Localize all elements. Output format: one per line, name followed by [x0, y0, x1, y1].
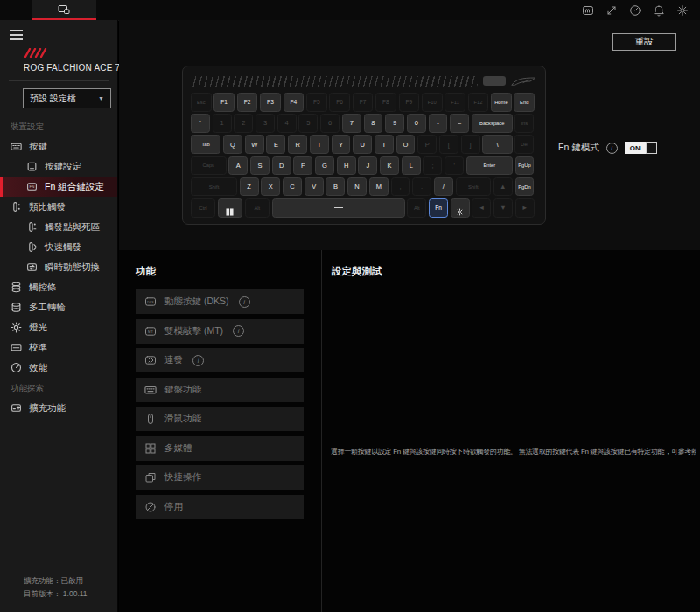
info-icon[interactable]: i: [192, 355, 204, 366]
sidebar-item-key-settings[interactable]: 按鍵設定: [0, 156, 117, 177]
key-D[interactable]: D: [272, 156, 291, 176]
function-button-shortcuts[interactable]: 快捷操作: [136, 465, 304, 490]
rapid-icon: [26, 241, 38, 253]
key-B[interactable]: B: [326, 177, 345, 197]
sidebar-item-lighting[interactable]: 燈光: [0, 317, 117, 337]
key-X[interactable]: X: [261, 177, 280, 197]
function-button-mouse-functions[interactable]: 滑鼠功能: [136, 407, 304, 431]
notifications-bell-icon[interactable]: [652, 3, 666, 17]
key-space[interactable]: [272, 198, 405, 218]
key-Enter[interactable]: Enter: [466, 156, 513, 176]
multimedia-icon: [144, 442, 157, 455]
key-gearkey[interactable]: [451, 198, 470, 218]
key-=[interactable]: =: [450, 114, 469, 133]
key-V[interactable]: V: [304, 177, 324, 197]
key-0[interactable]: 0: [407, 114, 426, 133]
key-O[interactable]: O: [396, 135, 416, 154]
sidebar-item-extensions[interactable]: 擴充功能: [0, 398, 117, 418]
sidebar-item-calibration[interactable]: 校準: [0, 337, 117, 358]
touchbar-button[interactable]: [483, 76, 506, 86]
info-icon[interactable]: i: [233, 325, 244, 337]
key-End[interactable]: End: [514, 93, 535, 112]
key-\[interactable]: \: [482, 135, 512, 154]
wheel-icon: [10, 302, 22, 313]
key-L[interactable]: L: [402, 156, 421, 176]
key-G[interactable]: G: [315, 156, 334, 176]
sidebar-item-fn-combo-settings[interactable]: FNFn 組合鍵設定: [0, 177, 117, 197]
key-J[interactable]: J: [358, 156, 377, 176]
key-F6: F6: [329, 93, 350, 112]
profile-dropdown[interactable]: 預設 設定檔 ▼: [23, 88, 111, 108]
key-PgDn[interactable]: PgDn: [515, 177, 535, 197]
key-E[interactable]: E: [266, 135, 285, 154]
fullscreen-icon[interactable]: [605, 3, 619, 17]
key-C[interactable]: C: [283, 177, 302, 197]
fn-mode-label: Fn 鍵模式: [558, 142, 599, 154]
sidebar-item-trigger-point-deadzone[interactable]: 觸發點與死區: [0, 217, 117, 237]
version-status: 目前版本： 1.00.11: [24, 588, 88, 601]
key-Home[interactable]: Home: [491, 93, 512, 112]
key-Tab[interactable]: Tab: [191, 135, 220, 154]
svg-text:DKS: DKS: [147, 301, 154, 304]
key-R[interactable]: R: [288, 135, 307, 154]
settings-gear-icon[interactable]: [676, 3, 690, 17]
info-icon[interactable]: i: [606, 143, 618, 154]
function-button-label: 快捷操作: [164, 471, 201, 483]
keyboard-row: `1234567890-=BackspaceIns: [191, 114, 537, 133]
function-button-dynamic-keystroke[interactable]: DKS動態按鍵 (DKS)i: [136, 289, 304, 314]
key-W[interactable]: W: [245, 135, 264, 154]
sidebar-item-multiwheel[interactable]: 多工轉輪: [0, 297, 117, 317]
key-S[interactable]: S: [250, 156, 270, 176]
key-F3[interactable]: F3: [260, 93, 281, 112]
function-button-multimedia[interactable]: 多媒體: [136, 436, 304, 461]
function-button-turbo[interactable]: 連發i: [136, 348, 304, 372]
key-Z[interactable]: Z: [240, 177, 259, 197]
sidebar-item-rapid-trigger[interactable]: 快速觸發: [0, 237, 117, 257]
function-button-disable[interactable]: 停用: [136, 495, 304, 519]
key-F[interactable]: F: [293, 156, 312, 176]
key-I[interactable]: I: [374, 135, 394, 154]
key-M[interactable]: M: [369, 177, 388, 197]
sidebar-item-performance[interactable]: 效能: [0, 358, 117, 378]
sidebar-item-keys[interactable]: 按鍵: [0, 136, 117, 156]
macro-icon[interactable]: [581, 3, 595, 17]
key-F2[interactable]: F2: [237, 93, 258, 112]
key-U[interactable]: U: [353, 135, 372, 154]
key-F4[interactable]: F4: [284, 93, 304, 112]
key-N[interactable]: N: [347, 177, 367, 197]
key-`[interactable]: `: [191, 114, 210, 133]
sidebar-item-touch-bar[interactable]: 觸控條: [0, 277, 117, 297]
key-/[interactable]: /: [434, 177, 453, 197]
sidebar-item-label: 觸控條: [29, 282, 57, 294]
key-Fn[interactable]: Fn: [429, 198, 448, 218]
reset-button[interactable]: 重設: [612, 33, 676, 51]
key-7[interactable]: 7: [342, 114, 361, 133]
key-9[interactable]: 9: [385, 114, 404, 133]
key-K[interactable]: K: [380, 156, 399, 176]
svg-text:MT: MT: [148, 330, 153, 334]
key-8[interactable]: 8: [364, 114, 383, 133]
menu-icon[interactable]: [10, 27, 23, 43]
key-Y[interactable]: Y: [332, 135, 351, 154]
key-PgUp[interactable]: PgUp: [515, 156, 535, 176]
touchbar-slashes[interactable]: [191, 76, 478, 87]
key-Q[interactable]: Q: [223, 135, 242, 154]
calibration-icon: [10, 342, 22, 353]
key-Backspace[interactable]: Backspace: [472, 114, 513, 133]
key-F1[interactable]: F1: [214, 93, 234, 112]
sidebar-item-analog-trigger[interactable]: 類比觸發: [0, 197, 117, 217]
key-H[interactable]: H: [337, 156, 356, 176]
sync-icon[interactable]: [628, 3, 642, 17]
fn-mode-toggle[interactable]: ON: [625, 142, 657, 154]
keyboard-icon: [10, 141, 22, 152]
function-button-keyboard-functions[interactable]: 鍵盤功能: [136, 378, 304, 402]
key--[interactable]: -: [429, 114, 448, 133]
key-T[interactable]: T: [310, 135, 329, 154]
sidebar-item-momentary-dynamic-switch[interactable]: 瞬時動態切換: [0, 257, 117, 277]
info-icon[interactable]: i: [239, 296, 250, 308]
key-A[interactable]: A: [228, 156, 248, 176]
device-tab[interactable]: [32, 0, 96, 20]
sidebar-item-label: 燈光: [29, 322, 47, 334]
function-button-mod-tap[interactable]: MT雙模敲擊 (MT)i: [136, 319, 304, 344]
key-win[interactable]: [218, 198, 242, 218]
